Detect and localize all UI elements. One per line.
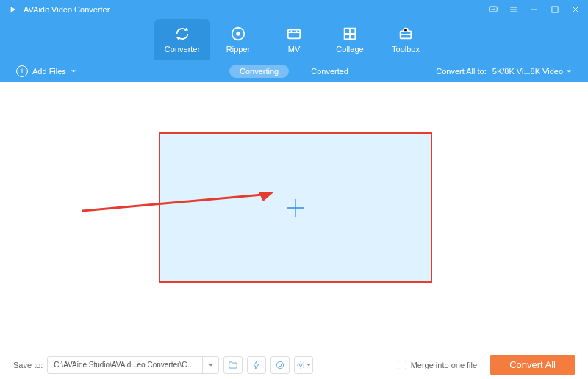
- collage-icon: [342, 26, 358, 42]
- save-path-input[interactable]: C:\AVAide Studio\AVAid...eo Converter\Co…: [48, 361, 202, 369]
- svg-point-9: [296, 30, 298, 32]
- tab-converted[interactable]: Converted: [301, 65, 359, 78]
- gear-icon: [296, 361, 305, 369]
- nav-converter[interactable]: Converter: [154, 19, 210, 60]
- svg-point-16: [300, 364, 302, 366]
- chevron-down-icon: [566, 68, 572, 74]
- app-logo-icon: [7, 4, 18, 15]
- svg-point-6: [236, 32, 240, 36]
- ripper-icon: [230, 26, 246, 42]
- folder-icon: [228, 360, 238, 370]
- svg-point-3: [494, 9, 495, 10]
- merge-checkbox[interactable]: Merge into one file: [398, 361, 478, 369]
- save-to-label: Save to:: [13, 361, 43, 369]
- output-format-dropdown[interactable]: 5K/8K Vi...8K Video: [492, 67, 572, 76]
- add-files-label: Add Files: [32, 67, 66, 76]
- save-path-dropdown[interactable]: [202, 357, 218, 373]
- nav-label: Toolbox: [392, 45, 420, 54]
- add-plus-icon: [283, 195, 308, 220]
- svg-point-1: [492, 9, 492, 10]
- plus-icon: +: [16, 65, 28, 77]
- nav-label: Collage: [336, 45, 363, 54]
- close-icon[interactable]: [570, 4, 581, 15]
- tab-converting[interactable]: Converting: [229, 65, 289, 78]
- toolbox-icon: [398, 26, 414, 42]
- output-format-value: 5K/8K Vi...8K Video: [492, 67, 563, 76]
- chevron-down-icon: [306, 363, 311, 367]
- settings-button[interactable]: [294, 356, 313, 374]
- nav-toolbox[interactable]: Toolbox: [378, 19, 434, 60]
- nav-collage[interactable]: Collage: [322, 19, 378, 60]
- merge-label: Merge into one file: [411, 361, 478, 369]
- chevron-down-icon: [71, 68, 76, 74]
- svg-rect-7: [288, 30, 301, 39]
- svg-point-14: [277, 361, 284, 368]
- app-title: AVAide Video Converter: [24, 5, 110, 14]
- hardware-accel-button[interactable]: [247, 356, 266, 374]
- add-files-button[interactable]: + Add Files: [16, 65, 76, 77]
- clock-gear-icon: [275, 360, 285, 370]
- lightning-icon: [251, 360, 262, 370]
- mv-icon: [286, 26, 302, 42]
- convert-all-label: Convert All: [509, 359, 556, 370]
- minimize-icon[interactable]: [529, 4, 539, 15]
- browse-folder-button[interactable]: [223, 356, 243, 374]
- svg-point-8: [290, 30, 292, 32]
- convert-all-button[interactable]: Convert All: [490, 355, 575, 375]
- svg-point-2: [492, 9, 493, 10]
- feedback-icon[interactable]: [488, 4, 498, 15]
- converter-icon: [174, 26, 190, 42]
- svg-rect-4: [552, 7, 558, 12]
- convert-all-to-label: Convert All to:: [436, 67, 486, 76]
- nav-label: Ripper: [226, 45, 250, 54]
- nav-label: MV: [288, 45, 301, 54]
- file-drop-area[interactable]: [159, 132, 432, 283]
- nav-ripper[interactable]: Ripper: [210, 19, 266, 60]
- task-schedule-button[interactable]: [270, 356, 290, 374]
- nav-mv[interactable]: MV: [266, 19, 322, 60]
- svg-point-15: [279, 364, 282, 367]
- checkbox-icon: [398, 361, 406, 369]
- chevron-down-icon: [208, 362, 214, 368]
- maximize-icon[interactable]: [550, 4, 560, 15]
- nav-label: Converter: [165, 45, 200, 54]
- menu-icon[interactable]: [509, 4, 519, 15]
